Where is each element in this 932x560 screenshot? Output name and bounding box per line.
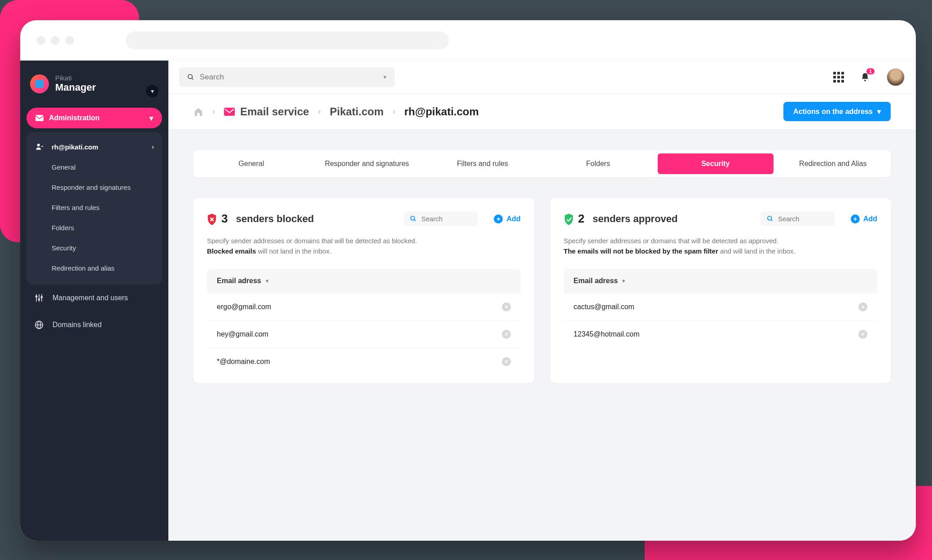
org-role: Manager <box>55 82 96 93</box>
sidebar-management[interactable]: Management and users <box>20 284 168 311</box>
delete-icon[interactable]: ✕ <box>502 330 511 339</box>
svg-line-19 <box>771 219 772 221</box>
sidebar-submenu: rh@pikati.com General Responder and sign… <box>26 132 162 284</box>
window-dot <box>51 36 60 45</box>
user-avatar[interactable] <box>886 68 905 87</box>
plus-circle-icon: + <box>851 214 860 223</box>
svg-point-12 <box>188 74 192 79</box>
delete-icon[interactable]: ✕ <box>858 302 867 311</box>
org-avatar-icon <box>30 74 49 93</box>
sort-icon <box>266 278 268 284</box>
shield-approved-icon <box>564 214 573 224</box>
sort-icon <box>622 278 625 284</box>
approved-add-button[interactable]: + Add <box>851 214 877 223</box>
tab-general[interactable]: General <box>193 152 309 176</box>
blocked-description: Specify sender addresses or domains that… <box>207 236 521 256</box>
delete-icon[interactable]: ✕ <box>858 330 867 339</box>
search-icon <box>410 215 417 222</box>
sidebar: Pikati Manager Administration rh@pikati.… <box>20 61 168 541</box>
tab-filters[interactable]: Filters and rules <box>425 152 541 176</box>
sidebar-domains-label: Domains linked <box>53 321 101 329</box>
tab-folders[interactable]: Folders <box>541 152 656 176</box>
sidebar-item-folders[interactable]: Folders <box>26 218 162 238</box>
approved-row: cactus@gmail.com ✕ <box>564 293 878 320</box>
user-icon <box>35 143 46 151</box>
sidebar-item-redirection[interactable]: Redirection and alias <box>26 258 162 278</box>
sidebar-administration[interactable]: Administration <box>26 108 162 128</box>
chevron-down-icon <box>146 85 158 97</box>
breadcrumbs: Email service Pikati.com rh@pikati.com A… <box>168 94 916 130</box>
chevron-right-icon <box>152 143 154 150</box>
breadcrumb-domain[interactable]: Pikati.com <box>330 105 383 118</box>
svg-rect-15 <box>224 108 235 116</box>
breadcrumb-separator <box>393 107 396 116</box>
org-switcher[interactable]: Pikati Manager <box>20 69 168 103</box>
sidebar-management-label: Management and users <box>53 294 128 302</box>
approved-list: Email adress cactus@gmail.com ✕ 12345@ho… <box>564 269 878 348</box>
url-bar[interactable] <box>126 31 449 49</box>
blocked-count: 3 <box>221 212 228 226</box>
search-input[interactable] <box>200 73 380 82</box>
svg-line-13 <box>192 78 193 79</box>
main-content: 1 Email service Pikati.com <box>168 61 916 541</box>
blocked-search-input[interactable] <box>421 215 471 223</box>
browser-window: Pikati Manager Administration rh@pikati.… <box>20 20 916 541</box>
sidebar-current-address[interactable]: rh@pikati.com <box>26 136 162 157</box>
blocked-add-button[interactable]: + Add <box>494 214 520 223</box>
chevron-down-icon <box>149 114 153 122</box>
approved-search-input[interactable] <box>778 215 828 223</box>
shield-blocked-icon <box>207 214 216 224</box>
mail-icon <box>224 108 235 116</box>
approved-description: Specify sender addresses or domains that… <box>564 236 878 256</box>
breadcrumb-email-service[interactable]: Email service <box>224 105 309 118</box>
approved-list-header[interactable]: Email adress <box>564 269 878 293</box>
approved-title: senders approved <box>593 213 678 225</box>
breadcrumb-address: rh@pikati.com <box>404 105 479 118</box>
blocked-list-header[interactable]: Email adress <box>207 269 521 293</box>
plus-circle-icon: + <box>494 214 503 223</box>
sliders-icon <box>35 293 46 302</box>
search-icon <box>767 215 774 222</box>
home-icon[interactable] <box>193 107 203 117</box>
tab-security[interactable]: Security <box>658 153 774 174</box>
apps-grid-icon[interactable] <box>833 72 844 83</box>
svg-point-7 <box>38 299 40 300</box>
sidebar-item-responder[interactable]: Responder and signatures <box>26 177 162 197</box>
blocked-search[interactable] <box>404 211 478 226</box>
svg-point-14 <box>864 79 866 81</box>
blocked-senders-panel: 3 senders blocked + Add Specify sender a… <box>193 198 534 383</box>
approved-email: 12345@hotmail.com <box>574 330 640 338</box>
notification-count-badge: 1 <box>866 68 875 74</box>
sidebar-item-security[interactable]: Security <box>26 238 162 258</box>
delete-icon[interactable]: ✕ <box>502 357 511 366</box>
notifications-button[interactable]: 1 <box>860 72 870 83</box>
global-search[interactable] <box>179 67 395 87</box>
blocked-email: hey@gmail.com <box>217 330 268 338</box>
sidebar-domains[interactable]: Domains linked <box>20 311 168 338</box>
svg-line-17 <box>414 219 416 221</box>
tab-redirection[interactable]: Redirection and Alias <box>775 152 891 176</box>
window-dot <box>65 36 74 45</box>
window-controls <box>36 36 74 45</box>
approved-row: 12345@hotmail.com ✕ <box>564 320 878 348</box>
delete-icon[interactable]: ✕ <box>502 302 511 311</box>
globe-icon <box>35 320 46 329</box>
search-icon <box>187 74 194 81</box>
approved-search[interactable] <box>761 211 835 226</box>
mail-icon <box>35 115 44 121</box>
approved-senders-panel: 2 senders approved + Add Specify sender … <box>550 198 891 383</box>
tabs: General Responder and signatures Filters… <box>193 150 891 177</box>
actions-on-address-button[interactable]: Actions on the address <box>783 102 891 121</box>
titlebar <box>20 20 916 61</box>
breadcrumb-separator <box>212 107 215 116</box>
tab-responder[interactable]: Responder and signatures <box>309 152 425 176</box>
blocked-row: *@domaine.com ✕ <box>207 348 521 375</box>
sidebar-item-general[interactable]: General <box>26 157 162 177</box>
window-dot <box>36 36 45 45</box>
sidebar-item-filters[interactable]: Filters and rules <box>26 197 162 218</box>
blocked-row: hey@gmail.com ✕ <box>207 320 521 348</box>
chevron-down-icon <box>877 107 881 116</box>
svg-rect-2 <box>41 146 44 147</box>
chevron-down-icon[interactable] <box>383 74 387 80</box>
svg-point-18 <box>768 216 772 220</box>
